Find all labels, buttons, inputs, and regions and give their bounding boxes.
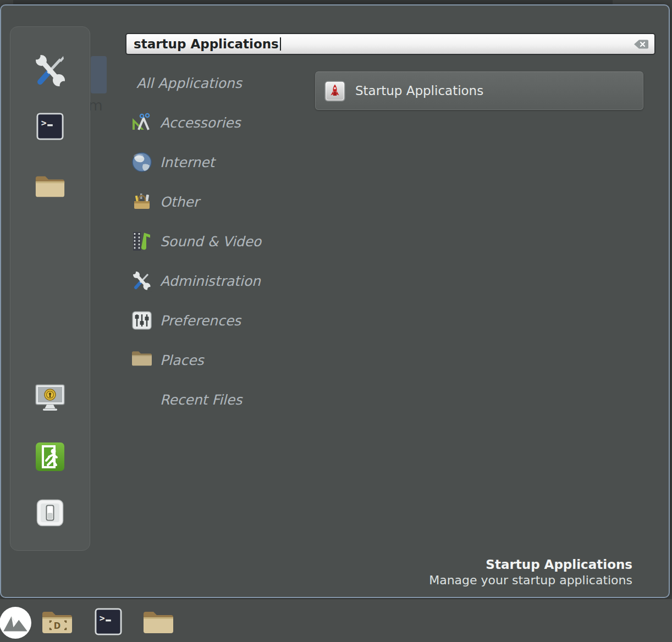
background-zoom-icon xyxy=(91,56,107,93)
files-button[interactable] xyxy=(34,173,66,200)
wrench-screwdriver-icon xyxy=(32,53,68,88)
category-label: Administration xyxy=(160,273,261,289)
wrench-screwdriver-icon xyxy=(131,270,153,292)
system-settings-button[interactable] xyxy=(32,53,68,88)
svg-text:>: > xyxy=(41,118,47,128)
lock-screen-button[interactable] xyxy=(34,383,66,412)
category-item-administration[interactable]: Administration xyxy=(131,261,312,301)
files-button[interactable] xyxy=(142,609,175,635)
clear-search-button[interactable] xyxy=(634,39,649,49)
monitor-lock-icon xyxy=(34,383,66,412)
filmstrip-note-icon xyxy=(131,230,153,252)
bottom-panel: D > xyxy=(0,599,672,642)
category-label: Recent Files xyxy=(160,392,242,408)
terminal-button[interactable]: > xyxy=(95,608,122,635)
globe-icon xyxy=(131,151,153,173)
category-label: Preferences xyxy=(160,313,241,329)
category-item-internet[interactable]: Internet xyxy=(131,142,312,182)
search-result-startup-applications[interactable]: Startup Applications xyxy=(315,71,643,110)
backspace-clear-icon xyxy=(634,43,649,51)
category-list: All Applications Accessories xyxy=(131,63,312,419)
terminal-icon: > xyxy=(36,113,64,140)
terminal-icon: > xyxy=(95,629,122,637)
category-label: Accessories xyxy=(160,115,241,131)
category-item-other[interactable]: Other xyxy=(131,182,312,222)
category-item-accessories[interactable]: Accessories xyxy=(131,103,312,142)
result-label: Startup Applications xyxy=(355,72,483,109)
selection-description: Manage your startup applications xyxy=(429,572,632,589)
folder-icon xyxy=(131,349,153,371)
svg-text:D: D xyxy=(54,621,60,631)
category-label: Places xyxy=(160,352,204,368)
favorites-sidebar: > xyxy=(10,26,90,551)
category-label: Internet xyxy=(160,154,214,170)
search-value: startup Applications xyxy=(134,37,279,51)
search-input[interactable]: startup Applications xyxy=(125,33,656,55)
folder-icon xyxy=(34,173,66,200)
desktop: Zoom xyxy=(0,0,672,642)
mint-menu-popup: Zoom xyxy=(0,4,670,598)
category-item-recent-files[interactable]: Recent Files xyxy=(131,380,312,419)
startup-applications-icon xyxy=(324,81,345,102)
category-item-preferences[interactable]: Preferences xyxy=(131,301,312,340)
desktop-folder-button[interactable]: D xyxy=(41,609,74,635)
folder-d-icon: D xyxy=(41,629,74,637)
power-switch-icon xyxy=(36,499,64,527)
mint-mountain-circle-icon xyxy=(0,633,32,641)
accessories-icon xyxy=(131,112,153,134)
log-out-button[interactable] xyxy=(35,442,65,472)
folder-icon xyxy=(142,629,175,637)
category-label: Other xyxy=(160,194,199,210)
category-label: All Applications xyxy=(136,75,242,91)
toolbox-icon xyxy=(131,191,153,213)
svg-text:>: > xyxy=(100,613,105,623)
category-item-places[interactable]: Places xyxy=(131,340,312,380)
category-label: Sound & Video xyxy=(160,234,261,250)
menu-button[interactable] xyxy=(0,606,32,639)
selection-title: Startup Applications xyxy=(429,557,632,572)
exit-door-icon xyxy=(35,442,65,472)
sliders-icon xyxy=(131,309,153,331)
search-text: startup Applications xyxy=(134,34,281,54)
category-item-sound-video[interactable]: Sound & Video xyxy=(131,222,312,261)
category-item-all-applications[interactable]: All Applications xyxy=(131,63,312,103)
selection-info: Startup Applications Manage your startup… xyxy=(429,557,632,589)
shut-down-button[interactable] xyxy=(36,499,64,527)
terminal-button[interactable]: > xyxy=(36,113,64,140)
text-caret xyxy=(280,37,281,51)
